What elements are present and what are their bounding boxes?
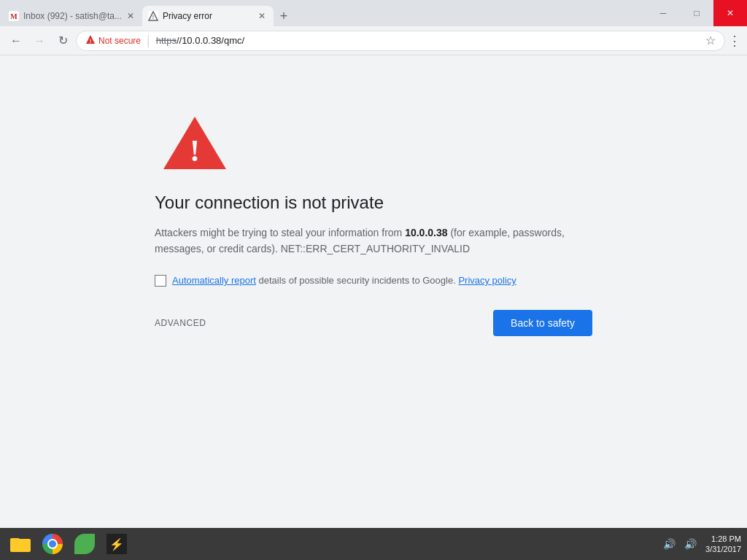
svg-text:!: ! [90, 38, 92, 44]
url-separator: | [147, 33, 150, 48]
checkbox-label: Automatically report details of possible… [172, 275, 516, 286]
minimize-button[interactable]: ─ [646, 0, 680, 26]
error-code: NET::ERR_CERT_AUTHORITY_INVALID [281, 243, 470, 254]
target-host: 10.0.0.38 [405, 227, 447, 238]
tab-gmail-close[interactable]: ✕ [125, 10, 136, 22]
title-bar: M Inbox (992) - satish@ta... ✕ ! Privacy… [0, 0, 747, 26]
tab-privacy-error-title: Privacy error [163, 11, 253, 21]
chrome-window: M Inbox (992) - satish@ta... ✕ ! Privacy… [0, 0, 747, 560]
url-display: https//10.0.0.38/qmc/ [156, 35, 701, 46]
toolbar: ← → ↻ ! Not secure | https//10.0.0.38/qm… [0, 26, 747, 55]
auto-report-checkbox[interactable] [155, 275, 166, 287]
svg-text:!: ! [190, 134, 200, 168]
tab-gmail-title: Inbox (992) - satish@ta... [23, 11, 122, 21]
tab-strip: M Inbox (992) - satish@ta... ✕ ! Privacy… [0, 0, 646, 26]
page-content: ! Your connection is not private Attacke… [0, 55, 747, 528]
bookmark-star-icon[interactable]: ☆ [705, 34, 716, 47]
bolt-icon: ⚡ [107, 534, 127, 554]
leaf-icon [74, 534, 95, 554]
privacy-error-favicon-icon: ! [148, 11, 158, 21]
chrome-icon [42, 534, 63, 554]
gmail-favicon-icon: M [9, 11, 19, 21]
auto-report-link[interactable]: Automatically report [172, 275, 256, 286]
security-label: Not secure [98, 36, 141, 46]
taskbar: ⚡ 🔊 🔊 1:28 PM 3/31/2017 [0, 528, 747, 560]
error-title: Your connection is not private [155, 192, 384, 213]
clock-time: 1:28 PM [705, 534, 741, 544]
clock-date: 3/31/2017 [705, 544, 741, 554]
tab-privacy-error-close[interactable]: ✕ [256, 10, 268, 22]
reload-button[interactable]: ↻ [53, 31, 73, 51]
taskbar-notes[interactable] [70, 531, 99, 557]
privacy-policy-link[interactable]: Privacy policy [458, 275, 516, 286]
taskbar-file-manager[interactable] [6, 531, 35, 557]
folder-icon [10, 536, 31, 552]
window-controls: ─ □ ✕ [646, 0, 747, 26]
network-tray-icon: 🔊 [663, 538, 676, 550]
system-clock: 1:28 PM 3/31/2017 [705, 534, 741, 555]
close-button[interactable]: ✕ [713, 0, 747, 26]
back-button[interactable]: ← [6, 31, 26, 51]
action-row: ADVANCED Back to safety [155, 310, 592, 336]
error-container: ! Your connection is not private Attacke… [155, 114, 592, 336]
omnibox[interactable]: ! Not secure | https//10.0.0.38/qmc/ ☆ [76, 31, 725, 51]
chrome-menu-icon[interactable]: ⋮ [728, 33, 741, 49]
url-rest: //10.0.0.38/qmc/ [177, 35, 244, 46]
new-tab-button[interactable]: + [274, 6, 294, 26]
tab-gmail[interactable]: M Inbox (992) - satish@ta... ✕ [3, 6, 142, 26]
warning-icon: ! [162, 114, 228, 175]
back-to-safety-button[interactable]: Back to safety [493, 310, 592, 336]
url-scheme: https [156, 35, 177, 46]
security-indicator[interactable]: ! Not secure [85, 34, 141, 47]
tab-privacy-error[interactable]: ! Privacy error ✕ [142, 6, 274, 26]
maximize-button[interactable]: □ [680, 0, 713, 26]
checkbox-row: Automatically report details of possible… [155, 275, 516, 287]
taskbar-chrome[interactable] [38, 531, 67, 557]
error-description: Attackers might be trying to steal your … [155, 225, 592, 257]
warning-triangle-icon: ! [85, 34, 96, 47]
taskbar-terminal[interactable]: ⚡ [102, 531, 131, 557]
forward-button[interactable]: → [29, 31, 50, 51]
volume-tray-icon: 🔊 [684, 538, 697, 550]
advanced-link[interactable]: ADVANCED [155, 318, 206, 328]
svg-text:!: ! [152, 15, 154, 20]
system-tray: 🔊 🔊 1:28 PM 3/31/2017 [663, 534, 741, 555]
